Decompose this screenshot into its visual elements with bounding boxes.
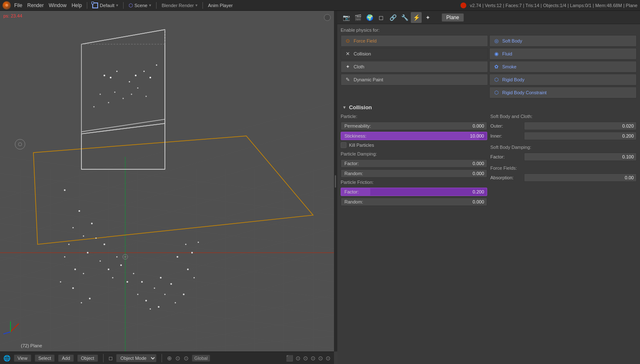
smoke-label: Smoke	[502, 64, 516, 69]
render-menu[interactable]: Render	[27, 3, 43, 8]
mode-dropdown[interactable]: Object Mode	[116, 354, 157, 362]
physics-enable-section: Enable physics for: ⊙ Force Field ◎ Soft…	[337, 24, 640, 102]
window-menu[interactable]: Window	[49, 3, 67, 8]
viewport-3d[interactable]: ps: 23.44 (72) Plane	[0, 11, 334, 351]
layout-expand-icon[interactable]: ▾	[116, 3, 118, 8]
view-button[interactable]: View	[14, 354, 31, 362]
svg-point-81	[154, 288, 155, 289]
stickiness-bar[interactable]: Stickiness: 10.000	[341, 132, 487, 140]
separator-handle	[335, 175, 336, 188]
permeability-bar[interactable]: Permeability: 0.000	[341, 122, 487, 130]
force-field-btn[interactable]: ⊙ Force Field	[341, 35, 488, 47]
main-menu: File Render Window Help	[14, 3, 82, 8]
damping-random-label: Random:	[344, 171, 363, 176]
panel-separator[interactable]	[334, 11, 337, 351]
fps-counter: ps: 23.44	[3, 13, 22, 18]
absorption-bar[interactable]: 0.00	[524, 173, 637, 182]
sbd-factor-label: Factor:	[491, 154, 524, 159]
physics-grid: ⊙ Force Field ◎ Soft Body ✕ Collision ◉ …	[341, 35, 637, 98]
viewport-icon-1[interactable]: ⊕	[167, 355, 172, 361]
engine-expand-icon[interactable]: ▾	[195, 3, 197, 8]
collision-label: Collision	[354, 51, 371, 56]
svg-point-54	[110, 77, 111, 78]
rigid-body-btn[interactable]: ⬡ Rigid Body	[489, 74, 637, 85]
world-tab[interactable]: 🌍	[364, 12, 375, 23]
vp-icon-overlay[interactable]: ⊙	[326, 355, 331, 361]
rigid-body-constraint-btn[interactable]: ⬡ Rigid Body Constraint	[489, 87, 637, 98]
anim-player-label[interactable]: Anim Player	[208, 3, 233, 8]
viewport-canvas: ps: 23.44 (72) Plane	[0, 11, 334, 351]
fluid-label: Fluid	[502, 51, 512, 56]
viewport-icon-3[interactable]: ⊙	[184, 355, 189, 361]
add-button[interactable]: Add	[58, 354, 74, 362]
vp-icon-anim[interactable]: ⊙	[311, 355, 316, 361]
svg-point-109	[94, 106, 95, 108]
render-tab[interactable]: 📷	[341, 12, 352, 23]
dynamic-paint-btn[interactable]: ✎ Dynamic Paint	[341, 74, 488, 85]
select-button[interactable]: Select	[35, 354, 55, 362]
engine-label[interactable]: Blender Render	[162, 3, 194, 8]
constraints-tab[interactable]: 🔗	[387, 12, 398, 23]
file-menu[interactable]: File	[14, 3, 22, 8]
scene-expand-icon[interactable]: ▾	[149, 3, 151, 8]
obj-name-area: Plane	[440, 13, 464, 22]
collapse-triangle: ▼	[342, 105, 347, 110]
absorption-value: 0.00	[625, 175, 634, 180]
global-label[interactable]: Global	[192, 355, 210, 361]
svg-point-84	[170, 283, 172, 285]
collision-title: Collision	[349, 104, 372, 110]
particles-tab[interactable]: ✦	[422, 12, 433, 23]
svg-point-90	[74, 269, 76, 270]
properties-panel: 📷 🎬 🌍 ◻ 🔗 🔧 ⚡ ✦ Plane Enable physics for…	[337, 11, 640, 364]
vp-icon-pin[interactable]: ⊙	[296, 355, 301, 361]
stickiness-row: Stickiness: 10.000	[341, 131, 487, 141]
outer-row: Outer: 0.020	[491, 121, 637, 131]
damping-factor-bar[interactable]: Factor: 0.000	[341, 159, 487, 168]
absorption-row: Absorption: 0.00	[491, 173, 637, 182]
smoke-icon: ✿	[493, 63, 500, 70]
svg-point-105	[123, 98, 124, 99]
friction-random-row: Random: 0.000	[341, 197, 487, 206]
fluid-btn[interactable]: ◉ Fluid	[489, 48, 637, 60]
layout-name[interactable]: Default	[100, 3, 114, 8]
modifiers-tab[interactable]: 🔧	[399, 12, 410, 23]
screen-icon	[92, 3, 98, 8]
svg-point-59	[144, 71, 145, 72]
object-name-input[interactable]: Plane	[442, 13, 464, 22]
collision-header[interactable]: ▼ Collision	[341, 102, 637, 113]
svg-point-87	[175, 302, 176, 304]
scene-name[interactable]: Scene	[134, 3, 147, 8]
stop-button[interactable]	[460, 3, 466, 8]
vp-icon-link[interactable]: ⊙	[303, 355, 308, 361]
outer-bar[interactable]: 0.020	[524, 122, 637, 130]
scene-tab[interactable]: 🎬	[352, 12, 363, 23]
object-info: (72) Plane	[21, 343, 42, 348]
svg-point-82	[160, 277, 162, 279]
friction-factor-bar[interactable]: Factor: 0.200	[341, 188, 487, 196]
cloth-btn[interactable]: ✦ Cloth	[341, 61, 488, 73]
sbd-factor-bar[interactable]: 0.100	[524, 153, 637, 161]
damping-random-bar[interactable]: Random: 0.000	[341, 169, 487, 178]
force-field-label: Force Field	[354, 38, 377, 43]
svg-point-61	[156, 65, 157, 66]
svg-point-108	[146, 96, 147, 97]
friction-random-bar[interactable]: Random: 0.000	[341, 198, 487, 206]
object-button[interactable]: Object	[77, 354, 98, 362]
collision-btn[interactable]: ✕ Collision	[341, 48, 488, 60]
smoke-btn[interactable]: ✿ Smoke	[489, 61, 637, 73]
help-menu[interactable]: Help	[71, 3, 82, 8]
kill-particles-checkbox[interactable]	[341, 142, 347, 148]
blender-logo-icon: ⊙	[3, 1, 11, 10]
physics-tab[interactable]: ⚡	[411, 12, 422, 23]
soft-body-btn[interactable]: ◎ Soft Body	[489, 35, 637, 47]
inner-bar[interactable]: 0.200	[524, 132, 637, 140]
svg-point-62	[64, 189, 66, 191]
inner-value: 0.200	[622, 133, 634, 138]
top-bar-right: v2.74 | Verts:12 | Faces:7 | Tris:14 | O…	[460, 3, 637, 8]
rigid-body-constraint-icon: ⬡	[493, 89, 500, 96]
viewport-icon-2[interactable]: ⊙	[175, 355, 180, 361]
permeability-label: Permeability:	[344, 123, 371, 128]
vp-icon-sync[interactable]: ⊙	[318, 355, 323, 361]
object-tab[interactable]: ◻	[376, 12, 387, 23]
vp-icon-rec[interactable]: ⬛	[286, 355, 293, 361]
